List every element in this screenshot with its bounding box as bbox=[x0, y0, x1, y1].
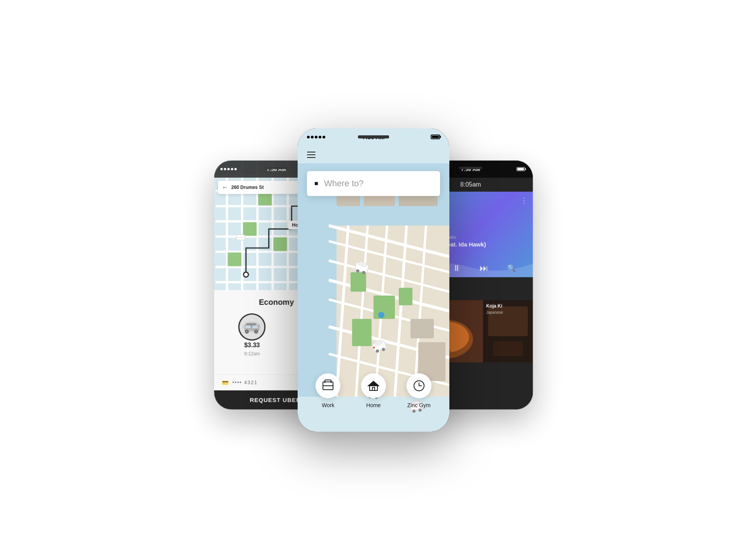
hamburger-line-2 bbox=[307, 154, 316, 155]
briefcase-icon bbox=[323, 382, 333, 390]
pause-button[interactable]: ⏸ bbox=[452, 263, 461, 273]
home-icon bbox=[368, 381, 379, 391]
svg-point-29 bbox=[246, 331, 248, 333]
hamburger-line-3 bbox=[307, 157, 316, 158]
koja-name: Koja Ki bbox=[486, 303, 502, 309]
svg-rect-33 bbox=[253, 326, 258, 328]
svg-rect-16 bbox=[243, 222, 256, 236]
svg-rect-59 bbox=[352, 319, 372, 346]
ride-option-1[interactable]: $3.33 8:12am bbox=[220, 315, 283, 357]
center-phone-speaker bbox=[358, 135, 389, 138]
card-icon: 💳 bbox=[222, 380, 228, 386]
svg-point-31 bbox=[255, 331, 258, 333]
dock-home-icon-circle bbox=[361, 373, 386, 398]
address-text: 260 Drumes St bbox=[231, 185, 263, 190]
right-battery bbox=[517, 167, 525, 171]
search-music-button[interactable]: 🔍 bbox=[507, 264, 516, 273]
dock-item-work[interactable]: Work bbox=[316, 373, 340, 408]
svg-point-21 bbox=[244, 273, 248, 276]
search-bar[interactable]: Where to? bbox=[307, 171, 440, 196]
card-number: •••• 4321 bbox=[232, 380, 258, 385]
ride-1-time: 8:12am bbox=[244, 351, 260, 357]
skip-button[interactable]: ⏭ bbox=[480, 263, 488, 273]
svg-rect-32 bbox=[245, 326, 251, 328]
svg-rect-60 bbox=[399, 288, 412, 305]
back-arrow-icon[interactable]: ← bbox=[222, 184, 228, 191]
dock-gym-icon-circle bbox=[407, 373, 431, 398]
svg-rect-18 bbox=[274, 237, 287, 251]
notification-time-text: 8:05am bbox=[460, 181, 481, 188]
center-phone: 7:56 AM Where to? bbox=[298, 128, 449, 432]
bottom-dock: Work Home bbox=[298, 362, 449, 432]
right-phone-speaker bbox=[459, 167, 482, 169]
svg-rect-62 bbox=[410, 319, 434, 338]
ride-option-1-image bbox=[240, 315, 265, 340]
dock-work-icon-circle bbox=[316, 373, 340, 398]
ride-1-price: $3.33 bbox=[244, 342, 260, 349]
search-dot-icon bbox=[315, 182, 318, 185]
koja-type: Japanese bbox=[486, 310, 503, 315]
music-more-icon[interactable]: ⋮ bbox=[521, 196, 528, 205]
hamburger-menu[interactable] bbox=[307, 152, 316, 158]
center-signal bbox=[307, 136, 325, 138]
dock-home-label: Home bbox=[366, 402, 381, 408]
dock-work-label: Work bbox=[322, 402, 334, 408]
food-item-koja[interactable]: Koja Ki Japanese bbox=[483, 300, 533, 362]
hamburger-line-1 bbox=[307, 152, 316, 152]
history-icon bbox=[414, 380, 424, 391]
svg-rect-57 bbox=[351, 272, 366, 292]
center-battery bbox=[431, 135, 440, 139]
dock-gym-label: Zinc Gym bbox=[407, 402, 431, 408]
svg-rect-19 bbox=[228, 252, 241, 266]
svg-rect-93 bbox=[493, 341, 523, 356]
search-placeholder: Where to? bbox=[324, 178, 364, 189]
left-phone-speaker bbox=[265, 167, 288, 169]
dock-item-home[interactable]: Home bbox=[361, 373, 386, 408]
svg-point-61 bbox=[378, 312, 384, 318]
dock-item-zinc-gym[interactable]: Zinc Gym bbox=[407, 373, 431, 408]
